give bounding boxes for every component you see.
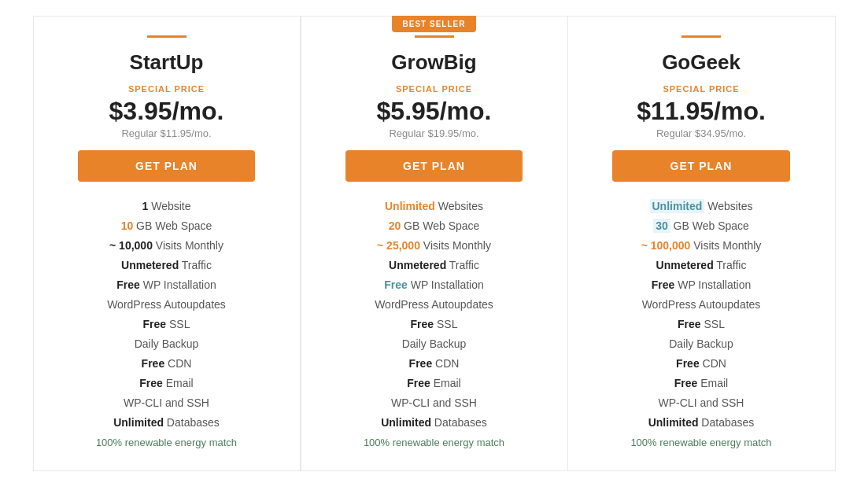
feature-highlight: ~ 10,000 <box>109 239 153 252</box>
features-list: 1 Website10 GB Web Space~ 10,000 Visits … <box>56 196 278 452</box>
feature-item: ~ 10,000 Visits Monthly <box>56 235 278 255</box>
feature-highlight: Unlimited <box>648 416 699 429</box>
feature-item: 10 GB Web Space <box>56 216 278 235</box>
get-plan-button[interactable]: GET PLAN <box>78 150 256 182</box>
plan-top-line <box>681 35 721 38</box>
feature-highlight: Free <box>384 278 408 291</box>
feature-highlight: 30 <box>653 219 670 233</box>
feature-item: ~ 100,000 Visits Monthly <box>590 235 813 255</box>
regular-price: Regular $19.95/mo. <box>389 127 478 139</box>
plan-card-startup: StartUpSPECIAL PRICE$3.95/mo.Regular $11… <box>33 16 301 471</box>
plans-container: StartUpSPECIAL PRICE$3.95/mo.Regular $11… <box>16 16 852 471</box>
feature-highlight: Unlimited <box>113 416 164 429</box>
feature-item: Unmetered Traffic <box>323 255 545 275</box>
feature-item: ~ 25,000 Visits Monthly <box>323 235 545 255</box>
feature-highlight: Free <box>139 377 163 389</box>
feature-highlight: Unmetered <box>656 259 714 271</box>
feature-highlight: Free <box>407 377 430 389</box>
get-plan-button[interactable]: GET PLAN <box>345 150 523 182</box>
feature-item: 100% renewable energy match <box>56 432 278 452</box>
feature-item: Free WP Installation <box>56 275 278 294</box>
feature-item: 1 Website <box>56 196 278 216</box>
plan-card-gogeek: GoGeekSPECIAL PRICE$11.95/mo.Regular $34… <box>568 16 836 471</box>
feature-item: Unlimited Websites <box>323 196 545 216</box>
feature-item: Daily Backup <box>56 334 278 353</box>
feature-highlight: Free <box>678 318 701 330</box>
special-price-label: SPECIAL PRICE <box>396 84 472 94</box>
feature-item: Free Email <box>590 373 813 393</box>
best-seller-badge: BEST SELLER <box>392 16 477 32</box>
feature-renewable: 100% renewable energy match <box>364 437 504 448</box>
feature-item: Free WP Installation <box>323 275 545 294</box>
feature-item: 20 GB Web Space <box>323 216 545 235</box>
plan-name: GrowBig <box>391 50 476 75</box>
feature-highlight: Free <box>674 377 698 389</box>
feature-highlight: 10 <box>121 219 134 232</box>
plan-card-growbig: BEST SELLERGrowBigSPECIAL PRICE$5.95/mo.… <box>301 16 568 471</box>
plan-top-line <box>415 35 454 38</box>
feature-highlight: 1 <box>142 200 148 212</box>
feature-highlight: Free <box>652 278 675 291</box>
feature-highlight: Unmetered <box>121 259 179 271</box>
feature-item: Unlimited Databases <box>590 412 813 432</box>
feature-highlight: Free <box>411 318 434 330</box>
feature-item: WP-CLI and SSH <box>590 393 813 412</box>
special-price-label: SPECIAL PRICE <box>663 84 739 94</box>
feature-item: WP-CLI and SSH <box>323 393 545 412</box>
feature-highlight: ~ 100,000 <box>641 239 691 252</box>
feature-highlight: Unlimited <box>650 199 705 213</box>
feature-item: 30 GB Web Space <box>590 216 813 235</box>
features-list: Unlimited Websites30 GB Web Space~ 100,0… <box>590 196 813 452</box>
get-plan-button[interactable]: GET PLAN <box>612 150 790 182</box>
feature-highlight: 20 <box>389 219 401 232</box>
plan-price: $11.95/mo. <box>637 97 766 126</box>
feature-highlight: Unlimited <box>385 200 435 212</box>
regular-price: Regular $34.95/mo. <box>656 127 746 139</box>
plan-name: GoGeek <box>662 50 741 75</box>
feature-highlight: Free <box>143 318 167 330</box>
feature-highlight: Free <box>116 278 140 291</box>
feature-item: Unlimited Databases <box>323 412 545 432</box>
feature-item: Free CDN <box>590 353 813 373</box>
feature-item: Daily Backup <box>590 334 813 353</box>
plan-top-line <box>147 35 187 38</box>
feature-item: 100% renewable energy match <box>323 432 545 452</box>
feature-item: Free SSL <box>56 314 278 334</box>
feature-item: Free CDN <box>323 353 545 373</box>
feature-item: Free SSL <box>590 314 813 334</box>
feature-item: Unmetered Traffic <box>56 255 278 275</box>
feature-highlight: Free <box>142 357 165 370</box>
feature-renewable: 100% renewable energy match <box>630 437 771 448</box>
feature-item: WP-CLI and SSH <box>56 393 278 412</box>
regular-price: Regular $11.95/mo. <box>121 127 211 139</box>
feature-renewable: 100% renewable energy match <box>96 437 237 448</box>
feature-item: Free WP Installation <box>590 275 813 294</box>
features-list: Unlimited Websites20 GB Web Space~ 25,00… <box>323 196 545 452</box>
feature-highlight: ~ 25,000 <box>377 239 420 252</box>
feature-item: Daily Backup <box>323 334 545 353</box>
feature-item: Unmetered Traffic <box>590 255 813 275</box>
feature-item: WordPress Autoupdates <box>590 294 813 314</box>
feature-item: Unlimited Websites <box>590 196 813 216</box>
special-price-label: SPECIAL PRICE <box>128 84 205 94</box>
plan-name: StartUp <box>130 50 204 75</box>
feature-item: Free Email <box>323 373 545 393</box>
plan-price: $5.95/mo. <box>377 97 492 126</box>
feature-highlight: Free <box>409 357 433 370</box>
plan-price: $3.95/mo. <box>109 97 224 126</box>
feature-item: Unlimited Databases <box>56 412 278 432</box>
feature-item: Free Email <box>56 373 278 393</box>
feature-item: WordPress Autoupdates <box>56 294 278 314</box>
feature-highlight: Free <box>676 357 700 370</box>
feature-item: Free SSL <box>323 314 545 334</box>
feature-item: Free CDN <box>56 353 278 373</box>
feature-highlight: Unmetered <box>389 259 446 271</box>
feature-highlight: Unlimited <box>381 416 431 429</box>
feature-item: WordPress Autoupdates <box>323 294 545 314</box>
feature-item: 100% renewable energy match <box>590 432 813 452</box>
